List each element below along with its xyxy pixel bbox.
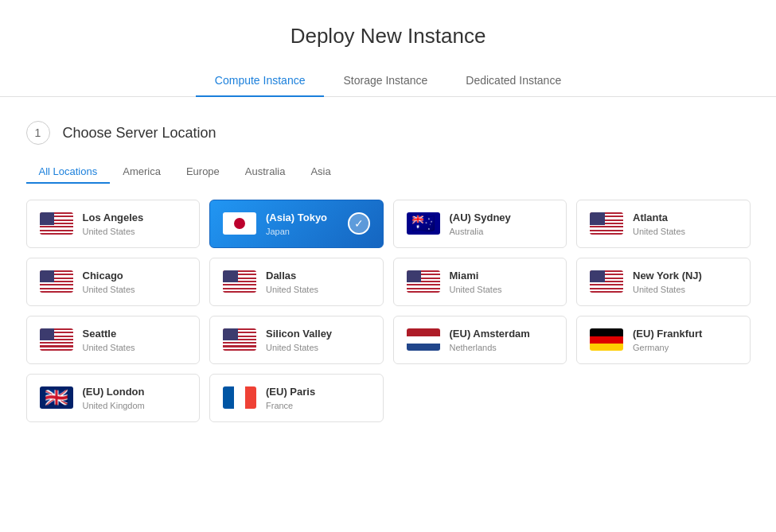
location-info: Silicon Valley United States	[266, 328, 332, 352]
location-country: Australia	[450, 227, 511, 236]
location-country: Netherlands	[450, 343, 530, 352]
location-name: New York (NJ)	[633, 270, 702, 283]
location-country: United States	[633, 285, 702, 294]
location-info: Atlanta United States	[633, 212, 685, 236]
location-country: United States	[83, 343, 135, 352]
location-country: United States	[266, 285, 318, 294]
section-header: 1 Choose Server Location	[26, 121, 751, 145]
location-card-frankfurt[interactable]: (EU) Frankfurt Germany	[576, 316, 751, 364]
tab-compute[interactable]: Compute Instance	[196, 64, 325, 96]
location-card-chicago[interactable]: Chicago United States	[26, 258, 201, 306]
step-indicator: 1	[26, 121, 50, 145]
location-name: (EU) London	[83, 386, 145, 399]
location-name: Atlanta	[633, 212, 685, 225]
location-card-tokyo[interactable]: (Asia) Tokyo Japan ✓	[209, 200, 384, 248]
locations-grid: Los Angeles United States (Asia) Tokyo J…	[26, 200, 751, 422]
location-name: (EU) Paris	[266, 386, 315, 399]
location-card-seattle[interactable]: Seattle United States	[26, 316, 201, 364]
location-info: Seattle United States	[83, 328, 135, 352]
location-card-silicon-valley[interactable]: Silicon Valley United States	[209, 316, 384, 364]
location-info: (Asia) Tokyo Japan	[266, 212, 327, 236]
section-title: Choose Server Location	[63, 125, 216, 142]
location-name: Miami	[450, 270, 502, 283]
location-info: (EU) Frankfurt Germany	[633, 328, 702, 352]
location-info: Miami United States	[450, 270, 502, 294]
location-card-dallas[interactable]: Dallas United States	[209, 258, 384, 306]
location-info: Dallas United States	[266, 270, 318, 294]
location-name: (AU) Sydney	[450, 212, 511, 225]
location-country: United States	[633, 227, 685, 236]
location-name: (EU) Frankfurt	[633, 328, 702, 341]
location-card-new-york[interactable]: New York (NJ) United States	[576, 258, 751, 306]
location-filter-tabs: All Locations America Europe Australia A…	[26, 161, 751, 184]
filter-asia[interactable]: Asia	[298, 161, 343, 184]
filter-europe[interactable]: Europe	[174, 161, 232, 184]
location-country: Japan	[266, 227, 327, 236]
location-card-miami[interactable]: Miami United States	[393, 258, 567, 306]
filter-all[interactable]: All Locations	[26, 161, 111, 184]
location-name: Los Angeles	[83, 212, 144, 225]
location-card-paris[interactable]: (EU) Paris France	[209, 374, 384, 422]
filter-australia[interactable]: Australia	[232, 161, 298, 184]
location-info: New York (NJ) United States	[633, 270, 702, 294]
location-country: United States	[450, 285, 502, 294]
server-location-section: 1 Choose Server Location All Locations A…	[10, 121, 766, 422]
location-name: (EU) Amsterdam	[450, 328, 530, 341]
location-card-london[interactable]: (EU) London United Kingdom	[26, 374, 201, 422]
location-name: Silicon Valley	[266, 328, 332, 341]
location-card-amsterdam[interactable]: (EU) Amsterdam Netherlands	[393, 316, 567, 364]
location-name: Chicago	[83, 270, 135, 283]
selected-check-icon: ✓	[348, 212, 370, 235]
location-info: (EU) Amsterdam Netherlands	[450, 328, 530, 352]
location-info: (AU) Sydney Australia	[450, 212, 511, 236]
location-country: United States	[83, 285, 135, 294]
location-card-sydney[interactable]: (AU) Sydney Australia	[393, 200, 567, 248]
location-info: Chicago United States	[83, 270, 135, 294]
tab-storage[interactable]: Storage Instance	[324, 64, 446, 96]
page-title: Deploy New Instance	[0, 0, 776, 64]
location-name: Seattle	[83, 328, 135, 341]
filter-america[interactable]: America	[110, 161, 174, 184]
location-country: United Kingdom	[83, 401, 145, 410]
tab-dedicated[interactable]: Dedicated Instance	[446, 64, 580, 96]
location-country: United States	[266, 343, 332, 352]
location-info: (EU) Paris France	[266, 386, 315, 410]
instance-type-tabs: Compute Instance Storage Instance Dedica…	[0, 64, 776, 97]
location-info: (EU) London United Kingdom	[83, 386, 145, 410]
location-card-los-angeles[interactable]: Los Angeles United States	[26, 200, 201, 248]
location-country: Germany	[633, 343, 702, 352]
location-info: Los Angeles United States	[83, 212, 144, 236]
location-country: United States	[83, 227, 144, 236]
location-name: Dallas	[266, 270, 318, 283]
location-name: (Asia) Tokyo	[266, 212, 327, 225]
location-card-atlanta[interactable]: Atlanta United States	[576, 200, 751, 248]
location-country: France	[266, 401, 315, 410]
